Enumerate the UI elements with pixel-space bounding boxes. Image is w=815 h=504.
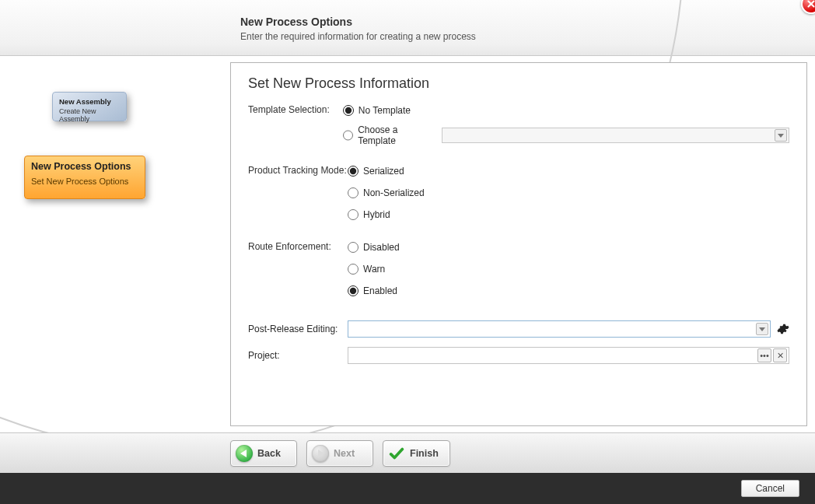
radio-no-template-label: No Template (359, 105, 411, 116)
row-post-release: Post-Release Editing: (248, 320, 789, 338)
radio-hybrid-label: Hybrid (363, 209, 390, 220)
radio-no-template[interactable]: No Template (343, 103, 789, 118)
radio-route-warn-label: Warn (363, 264, 385, 275)
wizard-button-bar: Back Next Finish (0, 432, 815, 473)
label-tracking-mode: Product Tracking Mode: (248, 163, 348, 176)
label-template-selection: Template Selection: (248, 103, 343, 115)
back-button[interactable]: Back (230, 440, 297, 467)
check-icon (388, 445, 405, 462)
label-route-enforcement: Route Enforcement: (248, 240, 348, 252)
gear-icon[interactable] (777, 323, 789, 335)
row-tracking-mode: Product Tracking Mode: Serialized Non-Se… (248, 163, 789, 222)
close-icon[interactable] (801, 0, 815, 14)
arrow-right-icon (312, 445, 329, 462)
radio-hybrid[interactable]: Hybrid (348, 207, 425, 222)
radio-hybrid-input[interactable] (348, 209, 359, 220)
cancel-button[interactable]: Cancel (741, 480, 799, 497)
radio-route-warn[interactable]: Warn (348, 261, 400, 277)
radio-non-serialized-input[interactable] (348, 187, 359, 198)
post-release-dropdown[interactable] (348, 320, 771, 338)
next-button-label: Next (334, 448, 355, 459)
radio-route-enabled-input[interactable] (348, 285, 359, 296)
finish-button[interactable]: Finish (383, 440, 450, 467)
project-input[interactable]: ••• ✕ (348, 347, 789, 364)
current-step-subtitle: Set New Process Options (31, 177, 138, 186)
radio-no-template-input[interactable] (343, 105, 354, 116)
back-button-label: Back (257, 448, 281, 459)
header-title: New Process Options (240, 16, 352, 28)
sidebar-step-previous[interactable]: New Assembly Create New Assembly (52, 92, 127, 121)
form-panel: Set New Process Information Template Sel… (230, 62, 807, 426)
radio-serialized[interactable]: Serialized (348, 163, 425, 179)
footer-bar: Cancel (0, 473, 815, 504)
label-post-release: Post-Release Editing: (248, 324, 348, 334)
radio-non-serialized[interactable]: Non-Serialized (348, 185, 425, 201)
row-project: Project: ••• ✕ (248, 347, 789, 364)
radio-route-enabled[interactable]: Enabled (348, 283, 400, 299)
radio-route-disabled-label: Disabled (363, 242, 400, 253)
radio-choose-template[interactable]: Choose a Template (343, 124, 789, 146)
prev-step-title: New Assembly (59, 97, 120, 106)
radio-choose-template-label: Choose a Template (358, 124, 434, 146)
chevron-down-icon[interactable] (775, 129, 787, 142)
header-subtitle: Enter the required information for creat… (240, 31, 476, 42)
clear-icon[interactable]: ✕ (773, 348, 787, 362)
radio-serialized-label: Serialized (363, 166, 404, 177)
form-heading: Set New Process Information (248, 75, 789, 92)
radio-serialized-input[interactable] (348, 166, 359, 177)
radio-route-disabled-input[interactable] (348, 242, 359, 253)
radio-choose-template-input[interactable] (343, 130, 353, 141)
radio-route-enabled-label: Enabled (363, 285, 397, 296)
sidebar-step-current[interactable]: New Process Options Set New Process Opti… (24, 156, 145, 199)
next-button[interactable]: Next (306, 440, 373, 467)
radio-non-serialized-label: Non-Serialized (363, 187, 425, 198)
row-template-selection: Template Selection: No Template Choose a… (248, 103, 789, 146)
ellipsis-icon[interactable]: ••• (757, 348, 771, 362)
row-route-enforcement: Route Enforcement: Disabled Warn Enabled (248, 240, 789, 299)
cancel-button-label: Cancel (756, 483, 785, 494)
wizard-header: New Process Options Enter the required i… (0, 0, 815, 56)
finish-button-label: Finish (410, 448, 439, 459)
template-dropdown[interactable] (442, 128, 789, 143)
arrow-left-icon (236, 445, 253, 462)
radio-route-disabled[interactable]: Disabled (348, 240, 400, 255)
prev-step-subtitle: Create New Assembly (59, 107, 96, 123)
label-project: Project: (248, 350, 348, 361)
radio-route-warn-input[interactable] (348, 264, 359, 275)
current-step-title: New Process Options (31, 161, 138, 172)
chevron-down-icon[interactable] (756, 323, 768, 335)
